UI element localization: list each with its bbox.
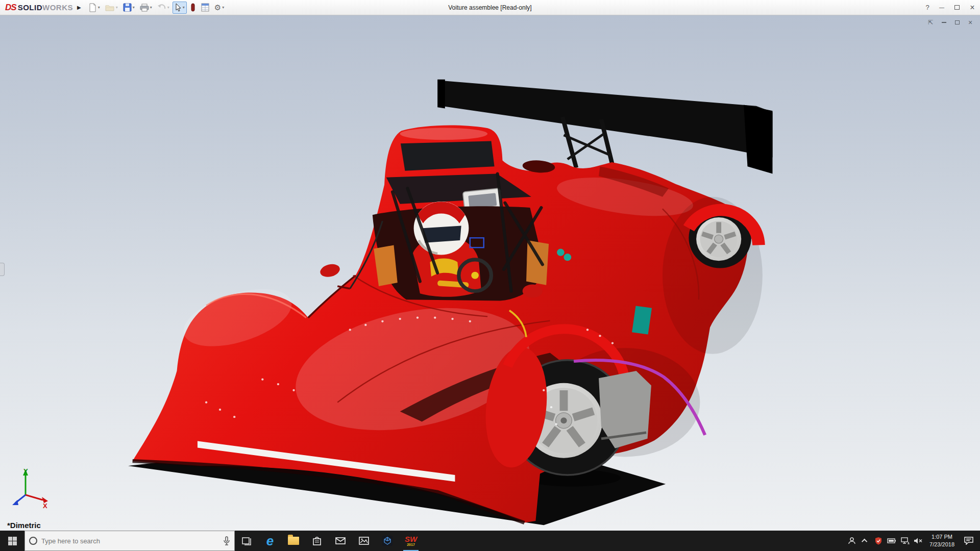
microphone-icon[interactable]: [223, 536, 230, 545]
brand-solid: SOLID: [18, 3, 42, 12]
print-button[interactable]: ▾: [138, 2, 154, 14]
clock-time: 1:07 PM: [929, 533, 954, 541]
titlebar: DS SOLIDWORKS ▶ ▾ ▾ ▾ ▾ ▾ ▾: [0, 0, 980, 15]
search-input[interactable]: [41, 537, 219, 545]
taskbar-apps: e SW 2017: [235, 531, 423, 551]
save-button[interactable]: ▾: [121, 2, 137, 14]
select-tool-button[interactable]: ▾: [173, 2, 187, 14]
brand-works: WORKS: [42, 3, 73, 12]
volume-tray-button[interactable]: [912, 531, 924, 551]
select-caret-icon[interactable]: ▾: [183, 5, 185, 10]
security-tray-button[interactable]: [872, 531, 885, 551]
print-caret-icon[interactable]: ▾: [150, 5, 152, 10]
doc-maximize-icon: [955, 20, 960, 24]
appearance-icon: [190, 3, 196, 12]
doc-minimize-button[interactable]: [939, 18, 948, 27]
store-button[interactable]: [305, 531, 329, 551]
main-toolbar: ▾ ▾ ▾ ▾ ▾ ▾ ⚙ ▾: [86, 2, 227, 14]
table-button[interactable]: [199, 2, 211, 14]
windows-logo-icon: [8, 537, 17, 545]
open-button[interactable]: ▾: [103, 2, 120, 14]
select-cursor-icon: [175, 3, 182, 12]
axis-y-label: Y: [23, 467, 28, 475]
close-icon: ×: [970, 3, 974, 12]
photos-button[interactable]: [352, 531, 376, 551]
task-view-button[interactable]: [235, 531, 258, 551]
shield-icon: [875, 537, 882, 545]
taskbar-search[interactable]: [24, 531, 235, 551]
mail-icon: [335, 537, 346, 545]
photos-icon: [359, 536, 369, 545]
task-view-icon: [241, 536, 252, 546]
taskbar: e SW 2017: [0, 531, 980, 551]
new-document-button[interactable]: ▾: [86, 2, 102, 14]
table-sheet-icon: [201, 3, 209, 12]
volume-muted-icon: [914, 537, 923, 544]
undo-icon: [157, 4, 166, 11]
edge-button[interactable]: e: [258, 531, 282, 551]
maximize-icon: [954, 5, 960, 10]
help-button[interactable]: ?: [921, 4, 934, 11]
print-icon: [140, 4, 149, 12]
undo-caret-icon[interactable]: ▾: [167, 5, 169, 10]
open-folder-icon: [105, 4, 115, 12]
file-explorer-button[interactable]: [282, 531, 305, 551]
axis-x-label: X: [43, 502, 47, 510]
minimize-button[interactable]: —: [934, 0, 949, 15]
view-orientation-label: *Dimetric: [7, 521, 41, 530]
gear-icon: ⚙: [214, 4, 221, 11]
solidworks-app-icon: SW 2017: [405, 535, 417, 546]
open-caret-icon[interactable]: ▾: [116, 5, 118, 10]
toolbar-flyout-button[interactable]: ▶: [77, 5, 81, 10]
window-controls: ? — ×: [921, 0, 980, 15]
battery-icon: [887, 538, 896, 544]
action-center-icon: [964, 537, 973, 545]
chevron-up-icon: [862, 539, 867, 544]
edge-icon: e: [266, 534, 274, 547]
undo-button[interactable]: ▾: [155, 2, 172, 14]
store-bag-icon: [312, 536, 322, 546]
hidden-icons-button[interactable]: [859, 531, 871, 551]
dassault-logo-icon: DS: [5, 3, 16, 13]
document-window-controls: ⇱ ×: [926, 18, 975, 27]
save-floppy-icon: [123, 3, 132, 12]
cube-app-icon: [382, 535, 393, 546]
network-tray-button[interactable]: [899, 531, 911, 551]
solidworks-app-button[interactable]: SW 2017: [399, 531, 423, 551]
maximize-button[interactable]: [949, 0, 965, 15]
system-tray: 1:07 PM 7/23/2018: [846, 531, 980, 551]
cortana-circle-icon: [29, 537, 37, 545]
graphics-area[interactable]: ⇱ × Y X *Dimetric: [0, 15, 980, 531]
new-document-icon: [88, 3, 97, 12]
clock-date: 7/23/2018: [929, 541, 954, 548]
file-explorer-icon: [288, 537, 299, 545]
start-button[interactable]: [0, 531, 24, 551]
people-button[interactable]: [846, 531, 858, 551]
doc-close-button[interactable]: ×: [966, 18, 975, 27]
cube-app-button[interactable]: [376, 531, 399, 551]
doc-maximize-button[interactable]: [952, 18, 962, 27]
taskbar-clock[interactable]: 1:07 PM 7/23/2018: [925, 533, 959, 548]
network-icon: [901, 537, 910, 544]
new-caret-icon[interactable]: ▾: [98, 5, 100, 10]
options-button[interactable]: ⚙ ▾: [212, 2, 226, 14]
feature-panel-collapse-tab[interactable]: [0, 263, 5, 276]
solidworks-logo: DS SOLIDWORKS: [5, 3, 73, 13]
mail-button[interactable]: [329, 531, 352, 551]
race-car-model[interactable]: [0, 15, 980, 531]
battery-tray-button[interactable]: [886, 531, 898, 551]
doc-restore-arrow-icon: ⇱: [928, 19, 933, 26]
orientation-triad: Y X: [8, 466, 52, 510]
action-center-button[interactable]: [960, 531, 978, 551]
save-caret-icon[interactable]: ▾: [133, 5, 135, 10]
person-icon: [848, 537, 856, 545]
minimize-icon: —: [939, 5, 944, 10]
doc-restore-up-button[interactable]: ⇱: [926, 18, 935, 27]
close-button[interactable]: ×: [965, 0, 980, 15]
doc-close-icon: ×: [968, 18, 972, 27]
options-caret-icon[interactable]: ▾: [222, 5, 224, 10]
doc-minimize-icon: [942, 22, 946, 23]
appearance-button[interactable]: [188, 2, 198, 14]
